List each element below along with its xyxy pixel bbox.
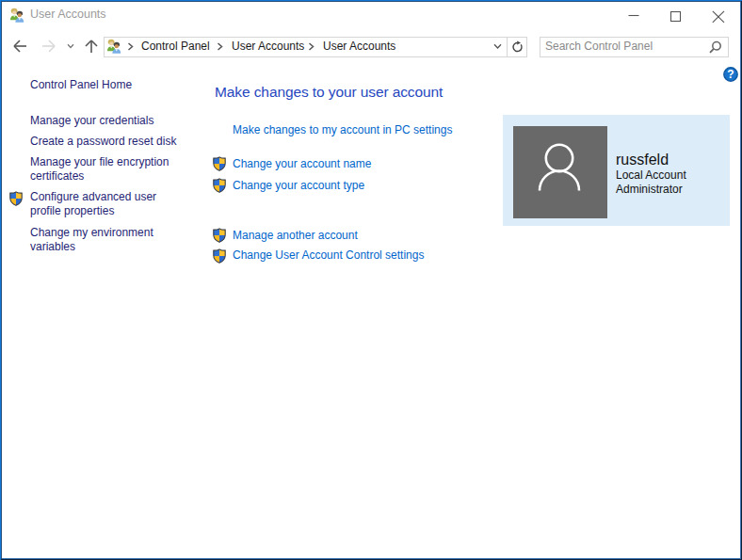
svg-text:?: ? [727, 68, 734, 81]
